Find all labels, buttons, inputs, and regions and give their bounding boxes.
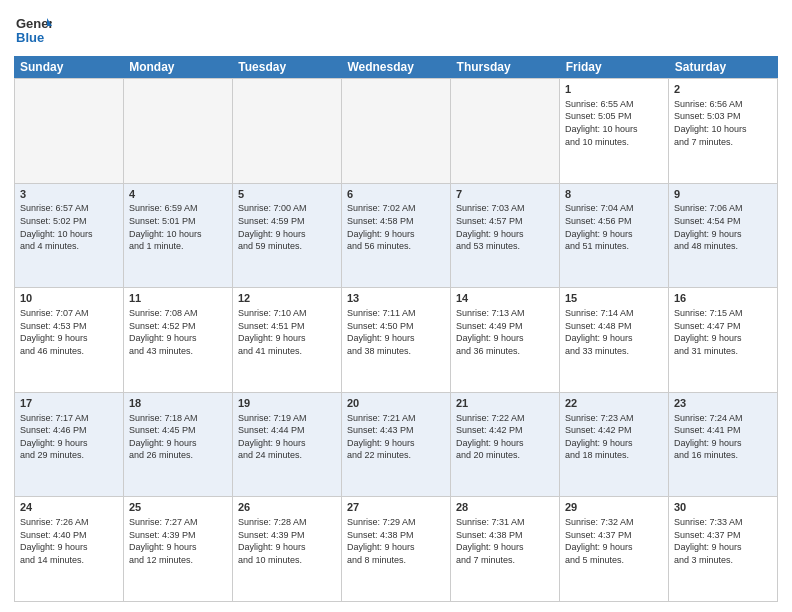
day-info: Sunrise: 7:26 AM Sunset: 4:40 PM Dayligh… <box>20 516 118 566</box>
day-number: 20 <box>347 396 445 411</box>
calendar-cell: 12Sunrise: 7:10 AM Sunset: 4:51 PM Dayli… <box>233 288 342 392</box>
calendar-cell: 7Sunrise: 7:03 AM Sunset: 4:57 PM Daylig… <box>451 184 560 288</box>
calendar-cell: 4Sunrise: 6:59 AM Sunset: 5:01 PM Daylig… <box>124 184 233 288</box>
day-info: Sunrise: 7:32 AM Sunset: 4:37 PM Dayligh… <box>565 516 663 566</box>
day-number: 12 <box>238 291 336 306</box>
day-number: 6 <box>347 187 445 202</box>
calendar-cell: 8Sunrise: 7:04 AM Sunset: 4:56 PM Daylig… <box>560 184 669 288</box>
day-info: Sunrise: 6:57 AM Sunset: 5:02 PM Dayligh… <box>20 202 118 252</box>
calendar-cell: 24Sunrise: 7:26 AM Sunset: 4:40 PM Dayli… <box>15 497 124 601</box>
logo: General Blue <box>14 10 56 48</box>
calendar-header-cell: Wednesday <box>341 56 450 78</box>
day-number: 28 <box>456 500 554 515</box>
svg-text:Blue: Blue <box>16 30 44 45</box>
calendar-cell: 15Sunrise: 7:14 AM Sunset: 4:48 PM Dayli… <box>560 288 669 392</box>
calendar-cell: 14Sunrise: 7:13 AM Sunset: 4:49 PM Dayli… <box>451 288 560 392</box>
calendar-cell: 3Sunrise: 6:57 AM Sunset: 5:02 PM Daylig… <box>15 184 124 288</box>
calendar-cell-empty <box>233 79 342 183</box>
day-number: 10 <box>20 291 118 306</box>
calendar-cell-empty <box>15 79 124 183</box>
day-number: 22 <box>565 396 663 411</box>
day-number: 15 <box>565 291 663 306</box>
day-info: Sunrise: 7:13 AM Sunset: 4:49 PM Dayligh… <box>456 307 554 357</box>
calendar-cell: 2Sunrise: 6:56 AM Sunset: 5:03 PM Daylig… <box>669 79 778 183</box>
day-info: Sunrise: 7:14 AM Sunset: 4:48 PM Dayligh… <box>565 307 663 357</box>
calendar-cell: 11Sunrise: 7:08 AM Sunset: 4:52 PM Dayli… <box>124 288 233 392</box>
calendar-body: 1Sunrise: 6:55 AM Sunset: 5:05 PM Daylig… <box>14 78 778 602</box>
logo-icon: General Blue <box>14 10 52 48</box>
day-number: 2 <box>674 82 772 97</box>
calendar-header-cell: Friday <box>560 56 669 78</box>
calendar-cell: 18Sunrise: 7:18 AM Sunset: 4:45 PM Dayli… <box>124 393 233 497</box>
calendar-cell-empty <box>124 79 233 183</box>
day-number: 1 <box>565 82 663 97</box>
day-number: 16 <box>674 291 772 306</box>
calendar-cell: 19Sunrise: 7:19 AM Sunset: 4:44 PM Dayli… <box>233 393 342 497</box>
calendar-header: SundayMondayTuesdayWednesdayThursdayFrid… <box>14 56 778 78</box>
day-number: 27 <box>347 500 445 515</box>
calendar-cell: 6Sunrise: 7:02 AM Sunset: 4:58 PM Daylig… <box>342 184 451 288</box>
calendar-cell: 28Sunrise: 7:31 AM Sunset: 4:38 PM Dayli… <box>451 497 560 601</box>
calendar-cell: 29Sunrise: 7:32 AM Sunset: 4:37 PM Dayli… <box>560 497 669 601</box>
calendar-row: 17Sunrise: 7:17 AM Sunset: 4:46 PM Dayli… <box>14 392 778 497</box>
svg-text:General: General <box>16 16 52 31</box>
day-info: Sunrise: 7:28 AM Sunset: 4:39 PM Dayligh… <box>238 516 336 566</box>
day-info: Sunrise: 7:29 AM Sunset: 4:38 PM Dayligh… <box>347 516 445 566</box>
calendar-cell: 16Sunrise: 7:15 AM Sunset: 4:47 PM Dayli… <box>669 288 778 392</box>
day-info: Sunrise: 7:19 AM Sunset: 4:44 PM Dayligh… <box>238 412 336 462</box>
calendar-row: 1Sunrise: 6:55 AM Sunset: 5:05 PM Daylig… <box>14 78 778 183</box>
day-info: Sunrise: 7:08 AM Sunset: 4:52 PM Dayligh… <box>129 307 227 357</box>
day-info: Sunrise: 7:21 AM Sunset: 4:43 PM Dayligh… <box>347 412 445 462</box>
calendar-cell: 22Sunrise: 7:23 AM Sunset: 4:42 PM Dayli… <box>560 393 669 497</box>
day-info: Sunrise: 7:27 AM Sunset: 4:39 PM Dayligh… <box>129 516 227 566</box>
day-number: 23 <box>674 396 772 411</box>
calendar-cell: 25Sunrise: 7:27 AM Sunset: 4:39 PM Dayli… <box>124 497 233 601</box>
day-info: Sunrise: 7:02 AM Sunset: 4:58 PM Dayligh… <box>347 202 445 252</box>
day-number: 7 <box>456 187 554 202</box>
calendar-cell: 5Sunrise: 7:00 AM Sunset: 4:59 PM Daylig… <box>233 184 342 288</box>
day-number: 13 <box>347 291 445 306</box>
day-number: 18 <box>129 396 227 411</box>
calendar-header-cell: Monday <box>123 56 232 78</box>
day-number: 11 <box>129 291 227 306</box>
day-info: Sunrise: 7:18 AM Sunset: 4:45 PM Dayligh… <box>129 412 227 462</box>
calendar-cell-empty <box>451 79 560 183</box>
header: General Blue <box>14 10 778 48</box>
day-info: Sunrise: 7:03 AM Sunset: 4:57 PM Dayligh… <box>456 202 554 252</box>
day-number: 17 <box>20 396 118 411</box>
day-number: 9 <box>674 187 772 202</box>
calendar: SundayMondayTuesdayWednesdayThursdayFrid… <box>14 56 778 602</box>
calendar-cell: 13Sunrise: 7:11 AM Sunset: 4:50 PM Dayli… <box>342 288 451 392</box>
day-info: Sunrise: 7:17 AM Sunset: 4:46 PM Dayligh… <box>20 412 118 462</box>
day-info: Sunrise: 7:04 AM Sunset: 4:56 PM Dayligh… <box>565 202 663 252</box>
calendar-cell-empty <box>342 79 451 183</box>
calendar-cell: 1Sunrise: 6:55 AM Sunset: 5:05 PM Daylig… <box>560 79 669 183</box>
calendar-cell: 23Sunrise: 7:24 AM Sunset: 4:41 PM Dayli… <box>669 393 778 497</box>
day-number: 4 <box>129 187 227 202</box>
day-number: 3 <box>20 187 118 202</box>
calendar-cell: 17Sunrise: 7:17 AM Sunset: 4:46 PM Dayli… <box>15 393 124 497</box>
day-number: 19 <box>238 396 336 411</box>
day-number: 8 <box>565 187 663 202</box>
calendar-header-cell: Tuesday <box>232 56 341 78</box>
calendar-header-cell: Sunday <box>14 56 123 78</box>
day-info: Sunrise: 7:31 AM Sunset: 4:38 PM Dayligh… <box>456 516 554 566</box>
calendar-row: 24Sunrise: 7:26 AM Sunset: 4:40 PM Dayli… <box>14 496 778 602</box>
day-number: 24 <box>20 500 118 515</box>
calendar-header-cell: Thursday <box>451 56 560 78</box>
day-info: Sunrise: 7:15 AM Sunset: 4:47 PM Dayligh… <box>674 307 772 357</box>
day-number: 30 <box>674 500 772 515</box>
day-info: Sunrise: 7:00 AM Sunset: 4:59 PM Dayligh… <box>238 202 336 252</box>
calendar-cell: 30Sunrise: 7:33 AM Sunset: 4:37 PM Dayli… <box>669 497 778 601</box>
day-info: Sunrise: 7:24 AM Sunset: 4:41 PM Dayligh… <box>674 412 772 462</box>
day-info: Sunrise: 7:10 AM Sunset: 4:51 PM Dayligh… <box>238 307 336 357</box>
day-number: 14 <box>456 291 554 306</box>
day-info: Sunrise: 7:22 AM Sunset: 4:42 PM Dayligh… <box>456 412 554 462</box>
calendar-cell: 9Sunrise: 7:06 AM Sunset: 4:54 PM Daylig… <box>669 184 778 288</box>
calendar-cell: 20Sunrise: 7:21 AM Sunset: 4:43 PM Dayli… <box>342 393 451 497</box>
calendar-row: 3Sunrise: 6:57 AM Sunset: 5:02 PM Daylig… <box>14 183 778 288</box>
day-info: Sunrise: 6:56 AM Sunset: 5:03 PM Dayligh… <box>674 98 772 148</box>
day-info: Sunrise: 6:55 AM Sunset: 5:05 PM Dayligh… <box>565 98 663 148</box>
day-info: Sunrise: 7:33 AM Sunset: 4:37 PM Dayligh… <box>674 516 772 566</box>
calendar-header-cell: Saturday <box>669 56 778 78</box>
